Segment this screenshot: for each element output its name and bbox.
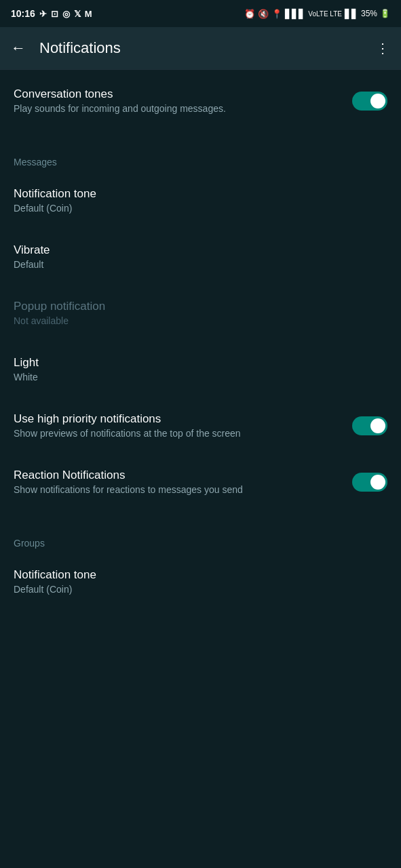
groups-notification-tone-title: Notification tone xyxy=(14,568,387,582)
high-priority-subtitle: Show previews of notifications at the to… xyxy=(14,428,352,439)
gap-5 xyxy=(0,395,401,400)
high-priority-toggle[interactable] xyxy=(352,416,387,435)
signal-icon: ▋▋▋ xyxy=(285,9,305,19)
signal2-icon: ▋▋ xyxy=(345,9,358,19)
twitter-icon: 𝕏 xyxy=(74,9,81,19)
groups-notification-tone-item[interactable]: Notification tone Default (Coin) xyxy=(0,556,401,607)
vibrate-content: Vibrate Default xyxy=(14,243,387,270)
battery-icon: 🔋 xyxy=(380,9,390,18)
gap-3 xyxy=(0,282,401,288)
conversation-tones-content: Conversation tones Play sounds for incom… xyxy=(14,87,352,114)
battery-display: 35% xyxy=(361,9,377,18)
notification-tone-item[interactable]: Notification tone Default (Coin) xyxy=(0,175,401,226)
more-options-button[interactable]: ⋮ xyxy=(376,40,390,56)
instagram2-icon: ◎ xyxy=(62,9,70,19)
status-right: ⏰ 🔇 📍 ▋▋▋ VoLTE LTE ▋▋ 35% 🔋 xyxy=(244,9,390,19)
reaction-notifications-title: Reaction Notifications xyxy=(14,469,352,482)
alarm-icon: ⏰ xyxy=(244,9,255,19)
status-left: 10:16 ✈ ⊡ ◎ 𝕏 M xyxy=(11,8,92,19)
groups-notification-tone-content: Notification tone Default (Coin) xyxy=(14,568,387,595)
telegram-icon: ✈ xyxy=(39,9,47,19)
back-button[interactable]: ← xyxy=(11,39,26,57)
notification-tone-title: Notification tone xyxy=(14,187,387,201)
page-title: Notifications xyxy=(39,39,376,57)
popup-notification-title: Popup notification xyxy=(14,300,387,313)
toolbar: ← Notifications ⋮ xyxy=(0,27,401,69)
time-display: 10:16 xyxy=(11,8,35,19)
instagram-icon: ⊡ xyxy=(51,9,58,19)
conversation-tones-title: Conversation tones xyxy=(14,87,352,101)
mute-icon: 🔇 xyxy=(258,9,269,19)
gap-2 xyxy=(0,226,401,231)
gap-top xyxy=(0,70,401,75)
reaction-notifications-content: Reaction Notifications Show notification… xyxy=(14,469,352,495)
gap-7 xyxy=(0,507,401,521)
high-priority-item[interactable]: Use high priority notifications Show pre… xyxy=(0,400,401,451)
reaction-notifications-item[interactable]: Reaction Notifications Show notification… xyxy=(0,456,401,507)
high-priority-knob xyxy=(370,418,385,433)
groups-notification-tone-subtitle: Default (Coin) xyxy=(14,584,387,595)
status-bar: 10:16 ✈ ⊡ ◎ 𝕏 M ⏰ 🔇 📍 ▋▋▋ VoLTE LTE ▋▋ 3… xyxy=(0,0,401,27)
location-icon: 📍 xyxy=(271,9,282,19)
volte-lte-label: VoLTE LTE xyxy=(308,10,342,18)
light-title: Light xyxy=(14,356,387,370)
gmail-icon: M xyxy=(85,9,92,19)
groups-section-header: Groups xyxy=(0,521,401,556)
gap-1 xyxy=(0,126,401,140)
conversation-tones-subtitle: Play sounds for incoming and outgoing me… xyxy=(14,103,352,114)
conversation-tones-toggle[interactable] xyxy=(352,92,387,111)
high-priority-content: Use high priority notifications Show pre… xyxy=(14,412,352,439)
reaction-notifications-subtitle: Show notifications for reactions to mess… xyxy=(14,484,352,495)
light-content: Light White xyxy=(14,356,387,382)
popup-notification-item: Popup notification Not available xyxy=(0,288,401,338)
high-priority-title: Use high priority notifications xyxy=(14,412,352,426)
vibrate-title: Vibrate xyxy=(14,243,387,257)
reaction-notifications-knob xyxy=(370,475,385,490)
groups-section-label: Groups xyxy=(14,538,45,549)
conversation-tones-item[interactable]: Conversation tones Play sounds for incom… xyxy=(0,75,401,126)
notification-tone-subtitle: Default (Coin) xyxy=(14,203,387,214)
vibrate-subtitle: Default xyxy=(14,259,387,270)
popup-notification-subtitle: Not available xyxy=(14,315,387,326)
vibrate-item[interactable]: Vibrate Default xyxy=(0,231,401,282)
popup-notification-content: Popup notification Not available xyxy=(14,300,387,326)
notification-tone-content: Notification tone Default (Coin) xyxy=(14,187,387,214)
conversation-tones-knob xyxy=(370,94,385,108)
gap-4 xyxy=(0,338,401,344)
messages-section-label: Messages xyxy=(14,157,57,167)
light-subtitle: White xyxy=(14,372,387,382)
gap-6 xyxy=(0,451,401,456)
reaction-notifications-toggle[interactable] xyxy=(352,473,387,492)
light-item[interactable]: Light White xyxy=(0,344,401,395)
messages-section-header: Messages xyxy=(0,140,401,175)
